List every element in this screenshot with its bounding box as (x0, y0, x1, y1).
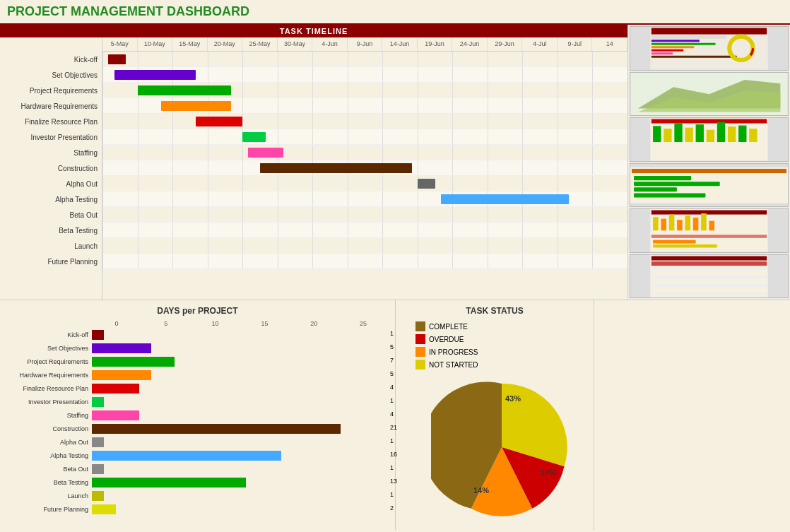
gantt-grid-line (172, 254, 173, 268)
gantt-grid-line (592, 238, 593, 253)
gantt-grid-line (208, 176, 208, 191)
gantt-grid-line (522, 129, 523, 144)
gantt-grid-line (102, 223, 103, 237)
svg-rect-47 (652, 261, 767, 266)
bar-chart-row: Finalize Resource Plan4 (7, 382, 388, 395)
bar-chart-label: Beta Testing (7, 479, 92, 486)
gantt-row (102, 98, 627, 114)
svg-rect-23 (728, 126, 736, 142)
bar-axis-label: 20 (289, 320, 338, 327)
task-label: Future Planning (0, 254, 102, 269)
svg-rect-29 (634, 182, 720, 186)
gantt-date-label: 10-May (138, 37, 173, 51)
bar-value-text: 1 (390, 464, 394, 471)
gantt-grid-line (418, 145, 418, 160)
legend-label: IN PROGRESS (429, 348, 478, 356)
bar-value-text: 16 (390, 451, 397, 458)
gantt-grid-line (488, 254, 488, 268)
bar-chart-label: Project Requirements (7, 358, 92, 365)
gantt-grid-line (558, 223, 558, 237)
gantt-date-label: 14-Jun (382, 37, 418, 51)
gantt-grid-line (382, 145, 383, 160)
status-legend: COMPLETEOVERDUEIN PROGRESSNOT STARTED (415, 321, 478, 370)
gantt-grid-line (242, 83, 243, 97)
gantt-grid-line (348, 98, 348, 113)
bar-container: 2 (92, 504, 388, 514)
gantt-grid-line (488, 129, 488, 144)
task-label: Alpha Testing (0, 191, 102, 207)
bar-fill (92, 478, 246, 487)
gantt-grid-line (382, 52, 383, 66)
svg-rect-31 (634, 193, 705, 197)
gantt-grid-line (242, 191, 243, 206)
gantt-grid-line (242, 67, 243, 82)
gantt-grid-line (208, 238, 208, 253)
svg-rect-42 (652, 235, 767, 238)
bar-chart-label: Staffing (7, 412, 92, 419)
bar-chart-label: Investor Presentation (7, 398, 92, 406)
bar-fill (92, 370, 151, 380)
gantt-grid-line (592, 207, 593, 222)
gantt-grid-line (522, 145, 523, 160)
top-section: TASK TIMELINE Kick-offSet ObjectivesProj… (0, 25, 790, 300)
bar-chart-label: Kick-off (7, 331, 92, 338)
bar-container: 4 (92, 410, 388, 420)
gantt-bar (108, 54, 126, 64)
svg-rect-53 (652, 288, 767, 291)
gantt-grid-line (522, 223, 523, 237)
gantt-grid-line (312, 67, 313, 82)
gantt-grid-line (138, 114, 138, 129)
gantt-grid-line (382, 238, 383, 253)
bar-value-text: 21 (390, 424, 397, 431)
gantt-grid-line (382, 67, 383, 82)
gantt-grid-line (592, 191, 593, 206)
thumbnail-sidebar (627, 25, 790, 300)
gantt-grid-line (348, 114, 348, 129)
bar-chart-row: Beta Out1 (7, 463, 388, 475)
gantt-grid-line (348, 207, 348, 222)
gantt-grid-line (208, 145, 208, 160)
bar-axis-label: 5 (141, 320, 191, 327)
task-label: Beta Out (0, 207, 102, 223)
gantt-grid-line (312, 176, 313, 191)
gantt-grid-line (452, 98, 453, 113)
bar-fill (92, 343, 151, 353)
gantt-bar (441, 194, 570, 204)
gantt-bar (248, 148, 283, 158)
gantt-grid-line (522, 83, 523, 97)
gantt-grid-line (558, 52, 558, 66)
gantt-grid-line (452, 176, 453, 191)
svg-rect-50 (652, 275, 767, 278)
gantt-area: TASK TIMELINE Kick-offSet ObjectivesProj… (0, 25, 627, 300)
gantt-grid-line (102, 254, 103, 268)
bar-chart-label: Beta Out (7, 466, 92, 473)
bar-container: 1 (92, 437, 388, 447)
svg-rect-7 (652, 52, 673, 54)
bar-value-text: 13 (390, 478, 397, 485)
gantt-grid-line (208, 254, 208, 268)
gantt-row (102, 52, 627, 67)
bar-container: 21 (92, 424, 388, 434)
bar-chart-row: Alpha Out1 (7, 436, 388, 449)
gantt-grid-line (592, 145, 593, 160)
svg-rect-46 (652, 256, 767, 260)
gantt-row (102, 83, 627, 98)
gantt-grid-line (208, 160, 208, 175)
gantt-grid-line (558, 114, 558, 129)
gantt-grid-line (592, 254, 593, 268)
svg-rect-34 (653, 217, 659, 230)
gantt-grid-line (348, 52, 348, 66)
bar-chart-row: Beta Testing13 (7, 476, 388, 489)
gantt-grid-line (312, 98, 313, 113)
gantt-grid-line (208, 207, 208, 222)
gantt-grid-line (418, 191, 418, 206)
gantt-grid-line (558, 145, 558, 160)
svg-rect-27 (632, 168, 786, 172)
legend-color-box (415, 321, 425, 331)
bar-container: 1 (92, 330, 388, 340)
gantt-grid-line (138, 145, 138, 160)
gantt-grid-line (382, 83, 383, 97)
gantt-grid-line (488, 67, 488, 82)
bar-chart-row: Kick-off1 (7, 329, 388, 341)
thumb-4 (630, 163, 789, 208)
